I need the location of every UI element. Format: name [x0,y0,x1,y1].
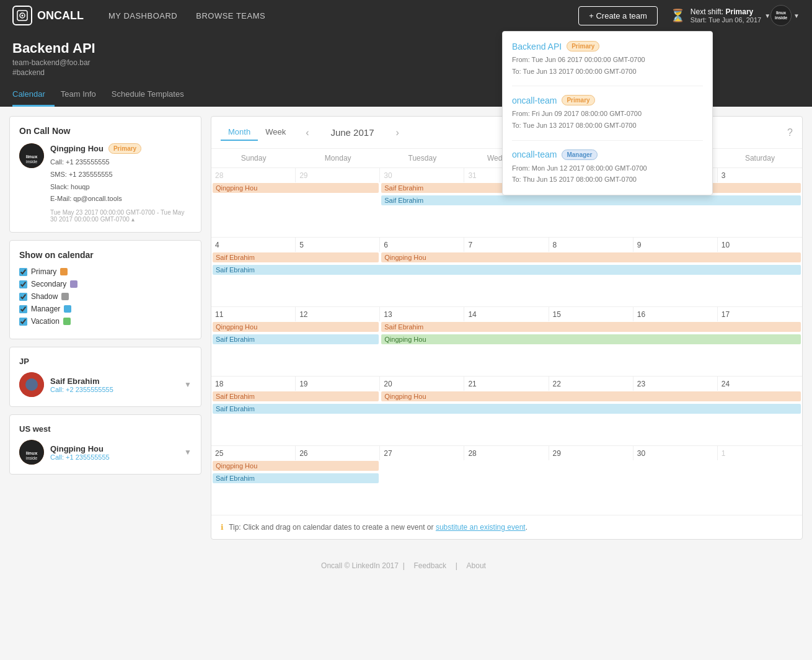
tip-link[interactable]: substitute an existing event [436,523,526,532]
day-11[interactable]: 11 [211,307,296,321]
day-5[interactable]: 5 [296,238,380,252]
filter-shadow-checkbox[interactable] [19,293,27,301]
calendar-help-icon[interactable]: ? [787,127,793,138]
tab-team-info[interactable]: Team Info [61,84,105,107]
logo[interactable]: ONCALL [12,6,84,25]
day-13[interactable]: 13 [380,307,464,321]
create-team-button[interactable]: + Create a team [578,6,658,25]
calendar-grid: Sunday Monday Tuesday Wednesday Thursday… [211,149,802,515]
tab-calendar[interactable]: Calendar [12,84,55,107]
day-12[interactable]: 12 [296,307,380,321]
day-29-prev[interactable]: 29 [296,168,380,182]
nav-dashboard[interactable]: MY DASHBOARD [108,11,177,20]
w3-se-orange-container: Saif Ebrahim [380,321,802,334]
shift-team-2: oncall-team Primary [512,95,703,105]
day-10[interactable]: 10 [718,238,802,252]
oncall-badge: Primary [108,143,141,154]
nav-browse-teams[interactable]: BROWSE TEAMS [196,11,265,20]
day-20[interactable]: 20 [380,377,464,391]
oncall-slack: Slack: houqp [50,181,192,194]
day-27[interactable]: 27 [380,446,464,460]
w3-qh-green-container: Qingping Hou [380,334,802,346]
w3-saif-blue[interactable]: Saif Ebrahim [213,334,379,344]
day-21[interactable]: 21 [464,377,549,391]
view-week[interactable]: Week [258,124,293,141]
oncall-person: linux inside Qingping Hou Primary Call: … [19,143,192,223]
day-22[interactable]: 22 [549,377,633,391]
w5-saif-blue[interactable]: Saif Ebrahim [213,473,379,483]
tip-icon: ℹ [221,523,224,532]
svg-point-2 [22,15,24,17]
day-26[interactable]: 26 [296,446,380,460]
filter-vacation-checkbox[interactable] [19,318,27,326]
day-16[interactable]: 16 [633,307,718,321]
tip-text: Tip: Click and drag on calendar dates to… [229,523,433,532]
day-8[interactable]: 8 [549,238,633,252]
next-shift-widget[interactable]: ⏳ Next shift: Primary Start: Tue Jun 06,… [670,7,770,24]
shift-item-2: oncall-team Primary From: Fri Jun 09 201… [512,95,703,140]
prev-month-button[interactable]: ‹ [302,127,312,138]
w4-qingping-orange[interactable]: Qingping Hou [381,391,801,401]
footer-feedback[interactable]: Feedback [413,561,446,570]
w2-qingping-orange[interactable]: Qingping Hou [381,252,801,262]
day-jun-3[interactable]: 3 [718,168,802,182]
svg-point-7 [25,378,38,391]
w2-saif-blue[interactable]: Saif Ebrahim [213,265,801,275]
day-24[interactable]: 24 [718,377,802,391]
filter-secondary-checkbox[interactable] [19,280,27,288]
filter-shadow-color [61,293,69,300]
day-15[interactable]: 15 [549,307,633,321]
user-avatar[interactable]: linuxinside [770,5,792,26]
filter-primary-checkbox[interactable] [19,268,27,276]
w4-saif-orange[interactable]: Saif Ebrahim [213,391,379,401]
w3-qingping-orange[interactable]: Qingping Hou [213,322,379,332]
footer-about[interactable]: About [467,561,486,570]
shift-dropdown-arrow[interactable]: ▼ [764,12,770,19]
w3-saif-orange[interactable]: Saif Ebrahim [381,322,801,332]
col-sunday: Sunday [211,149,296,167]
oncall-title: On Call Now [19,126,192,136]
qingping-expand-arrow[interactable]: ▼ [184,448,192,457]
w2-qh-orange-container: Qingping Hou [380,252,802,264]
w3-qh-orange-container: Qingping Hou [211,321,380,334]
day-6[interactable]: 6 [380,238,464,252]
w4-saif-blue[interactable]: Saif Ebrahim [213,404,801,414]
day-23[interactable]: 23 [633,377,718,391]
day-1-next[interactable]: 1 [718,446,802,460]
day-9[interactable]: 9 [633,238,718,252]
day-25[interactable]: 25 [211,446,296,460]
day-30[interactable]: 30 [633,446,718,460]
w1-saif-blue-event[interactable]: Saif Ebrahim [381,195,801,205]
day-18[interactable]: 18 [211,377,296,391]
shift-badge-3: Manager [562,149,597,160]
day-29[interactable]: 29 [549,446,633,460]
w2-saif-orange[interactable]: Saif Ebrahim [213,252,379,262]
day-19[interactable]: 19 [296,377,380,391]
shift-to-1: To: Tue Jun 13 2017 00:00:00 GMT-0700 [512,66,703,78]
qingping-uswest-name: Qingping Hou [50,444,178,453]
tab-schedule-templates[interactable]: Schedule Templates [112,84,193,107]
day-17[interactable]: 17 [718,307,802,321]
next-month-button[interactable]: › [392,127,402,138]
w5-qingping-orange[interactable]: Qingping Hou [213,461,379,471]
filter-manager-checkbox[interactable] [19,305,27,313]
view-month[interactable]: Month [221,124,258,141]
day-4[interactable]: 4 [211,238,296,252]
w3-qingping-green[interactable]: Qingping Hou [381,334,801,344]
day-28[interactable]: 28 [464,446,549,460]
jp-team-member: Saif Ebrahim Call: +2 2355555555 ▼ [19,372,192,397]
filter-secondary-label: Secondary [31,280,66,288]
day-14[interactable]: 14 [464,307,549,321]
user-dropdown-arrow[interactable]: ▼ [793,12,800,19]
day-7[interactable]: 7 [464,238,549,252]
filter-shadow-label: Shadow [31,292,58,301]
day-30-prev[interactable]: 30 [380,168,464,182]
shift-team-name-2: oncall-team [512,96,557,105]
qingping-avatar-uswest: linux inside [19,440,44,465]
w1-qingping-event[interactable]: Qingping Hou [213,183,379,193]
jp-team-title: JP [19,357,192,366]
day-28-prev[interactable]: 28 [211,168,296,182]
saif-expand-arrow[interactable]: ▼ [184,380,192,389]
filter-secondary-color [70,280,77,288]
week-row-5: 25 26 27 28 29 30 1 Qingping Hou Saif Eb… [211,446,802,515]
